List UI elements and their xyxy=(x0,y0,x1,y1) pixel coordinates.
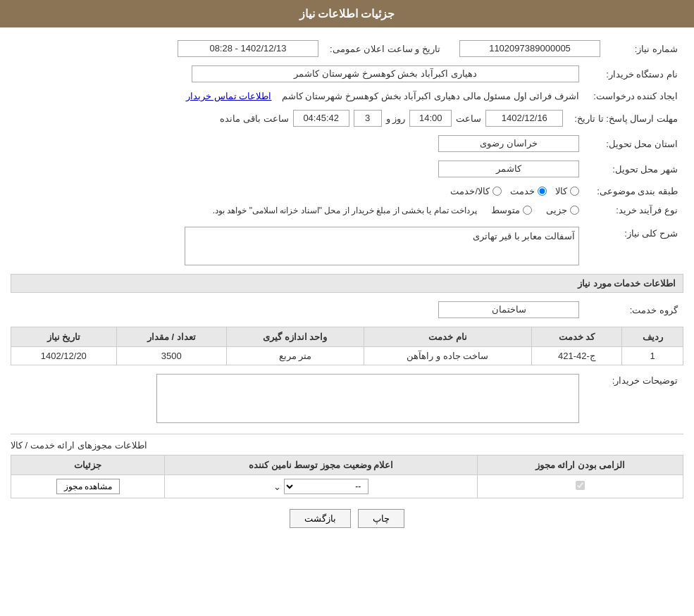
show-permission-button[interactable]: مشاهده مجوز xyxy=(56,479,120,494)
province-label: استان محل تحویل: xyxy=(585,132,683,155)
purchase-type-note: پرداخت تمام یا بخشی از مبلغ خریدار از مح… xyxy=(213,206,477,215)
purchase-type-label: نوع فرآیند خرید: xyxy=(585,202,683,218)
creator-value: اشرف فرائی اول مسئول مالی دهیاری اکبرآبا… xyxy=(282,91,579,101)
cell-service-code: ج-42-421 xyxy=(531,347,621,365)
deadline-time-label: ساعت xyxy=(456,113,481,124)
page-title: جزئیات اطلاعات نیاز xyxy=(299,8,395,20)
print-button[interactable]: چاپ xyxy=(358,509,404,528)
purchase-type-radio-jozii[interactable] xyxy=(570,206,579,215)
purchase-type-radio-group: جزیی متوسط پرداخت تمام یا بخشی از مبلغ خ… xyxy=(16,205,579,215)
need-desc-value: آسفالت معابر با قیر تهاتری xyxy=(185,227,579,265)
cell-need-date: 1402/12/20 xyxy=(11,347,117,365)
category-option-khedmat: خدمت xyxy=(510,186,547,196)
cell-service-name: ساخت جاده و راهآهن xyxy=(364,347,531,365)
category-radio-group: کالا خدمت کالا/خدمت xyxy=(16,186,579,196)
col-service-name: نام خدمت xyxy=(364,327,531,347)
deadline-label: مهلت ارسال پاسخ: تا تاریخ: xyxy=(569,107,683,130)
page-header: جزئیات اطلاعات نیاز xyxy=(0,0,694,27)
province-value: خراسان رضوی xyxy=(438,135,579,152)
city-label: شهر محل تحویل: xyxy=(585,158,683,180)
col-row-num: ردیف xyxy=(622,327,683,347)
cell-row-num: 1 xyxy=(622,347,683,365)
buyer-org-value: دهیاری اکبرآباد بخش کوهسرخ شهرستان کاشمر xyxy=(192,65,579,82)
col-service-code: کد خدمت xyxy=(531,327,621,347)
need-desc-label: شرح کلی نیاز: xyxy=(585,224,683,268)
city-value: کاشمر xyxy=(438,161,579,177)
table-row: 1 ج-42-421 ساخت جاده و راهآهن متر مربع 3… xyxy=(11,347,683,365)
permissions-row: -- ⌄ مشاهده مجوز xyxy=(11,475,683,498)
permission-details-cell: مشاهده مجوز xyxy=(11,475,165,498)
col-quantity: تعداد / مقدار xyxy=(116,327,226,347)
col-details: جزئیات xyxy=(11,455,165,475)
deadline-days: 3 xyxy=(354,110,382,127)
buyer-notes-textarea[interactable] xyxy=(156,374,579,423)
service-group-value: ساختمان xyxy=(438,301,579,318)
category-radio-khedmat[interactable] xyxy=(538,187,547,196)
services-table: ردیف کد خدمت نام خدمت واحد اندازه گیری ت… xyxy=(11,327,683,365)
creator-label: ایجاد کننده درخواست: xyxy=(585,88,683,104)
purchase-type-motavase: متوسط xyxy=(491,205,532,215)
col-mandatory: الزامی بودن ارائه مجوز xyxy=(477,455,683,475)
deadline-days-label: روز و xyxy=(386,113,406,124)
buyer-notes-label: توضیحات خریدار: xyxy=(585,371,683,428)
deadline-time: 14:00 xyxy=(409,110,452,127)
buyer-org-label: نام دستگاه خریدار: xyxy=(585,63,683,85)
permissions-title: اطلاعات مجوزهای ارائه خدمت / کالا xyxy=(11,440,147,451)
purchase-type-radio-motavase[interactable] xyxy=(523,206,532,215)
permission-mandatory-checkbox[interactable] xyxy=(576,481,585,490)
back-button[interactable]: بازگشت xyxy=(290,509,351,528)
category-label: طبقه بندی موضوعی: xyxy=(585,183,683,199)
cell-quantity: 3500 xyxy=(116,347,226,365)
col-status: اعلام وضعیت مجوز توسط نامین کننده xyxy=(165,455,478,475)
category-option-kala: کالا xyxy=(555,186,579,196)
category-radio-kala[interactable] xyxy=(570,187,579,196)
category-radio-kala-khedmat[interactable] xyxy=(492,187,502,196)
col-unit: واحد اندازه گیری xyxy=(226,327,364,347)
permission-status-select[interactable]: -- xyxy=(284,479,368,494)
services-section-title: اطلاعات خدمات مورد نیاز xyxy=(11,274,683,293)
permission-mandatory-cell xyxy=(477,475,683,498)
bottom-buttons: چاپ بازگشت xyxy=(11,509,683,528)
need-number-value: 1102097389000005 xyxy=(459,40,600,57)
deadline-remaining: 04:45:42 xyxy=(293,110,349,127)
need-number-label: شماره نیاز: xyxy=(606,37,683,60)
col-need-date: تاریخ نیاز xyxy=(11,327,117,347)
purchase-type-jozii: جزیی xyxy=(546,205,579,215)
deadline-remaining-label: ساعت باقی مانده xyxy=(220,113,288,124)
permission-status-cell: -- ⌄ xyxy=(165,475,478,498)
date-value: 1402/12/13 - 08:28 xyxy=(178,40,318,57)
category-option-kala-khedmat: کالا/خدمت xyxy=(450,186,502,196)
contact-link[interactable]: اطلاعات تماس خریدار xyxy=(186,91,271,101)
cell-unit: متر مربع xyxy=(226,347,364,365)
service-group-label: گروه خدمت: xyxy=(585,298,683,321)
date-label: تاریخ و ساعت اعلان عمومی: xyxy=(324,37,451,60)
permissions-table: الزامی بودن ارائه مجوز اعلام وضعیت مجوز … xyxy=(11,455,683,498)
deadline-date: 1402/12/16 xyxy=(485,110,563,127)
